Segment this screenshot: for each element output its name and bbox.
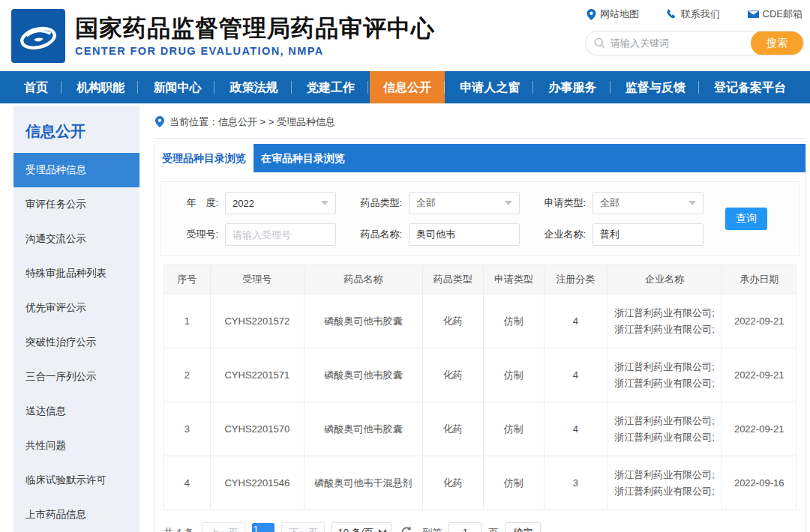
site-title-en: CENTER FOR DRUG EVALUATION, NMPA	[75, 45, 435, 57]
prev-page-button[interactable]: 上一页	[202, 522, 245, 532]
chevron-down-icon	[688, 201, 696, 205]
query-button[interactable]: 查询	[725, 208, 767, 230]
goto-page-input[interactable]	[448, 522, 482, 532]
nav-item[interactable]: 党建工作	[293, 71, 368, 103]
column-header: 申请类型	[483, 265, 544, 294]
sidebar-item[interactable]: 送达信息	[14, 394, 140, 429]
location-icon	[155, 116, 164, 127]
table-row: 2CYHS2201571磷酸奥司他韦胶囊化药仿制4浙江普利药业有限公司;浙江普利…	[164, 348, 796, 402]
page-size-select[interactable]: 10 条/页	[332, 522, 392, 532]
main-content: 当前位置：信息公开 > > 受理品种信息 受理品种目录浏览 在审品种目录浏览 年…	[154, 106, 806, 532]
breadcrumb: 当前位置：信息公开 > > 受理品种信息	[154, 106, 806, 139]
main-nav: 首页机构职能新闻中心政策法规党建工作信息公开申请人之窗办事服务监督与反馈登记备案…	[0, 71, 810, 103]
chevron-down-icon	[379, 526, 387, 532]
quick-link-sitemap[interactable]: 网站地图	[586, 7, 639, 21]
chevron-down-icon	[321, 201, 328, 205]
map-pin-icon	[586, 9, 596, 20]
goto-suffix: 页	[488, 526, 498, 532]
quick-link-contact[interactable]: 联系我们	[667, 7, 720, 21]
nav-item[interactable]: 办事服务	[536, 71, 610, 103]
sidebar-menu: 受理品种信息审评任务公示沟通交流公示特殊审批品种列表优先审评公示突破性治疗公示三…	[14, 153, 140, 532]
main-nav-list: 首页机构职能新闻中心政策法规党建工作信息公开申请人之窗办事服务监督与反馈登记备案…	[0, 71, 810, 103]
next-page-button[interactable]: 下一页	[281, 522, 325, 532]
current-page-button[interactable]: 1	[252, 523, 274, 532]
table-row: 4CYHS2201546磷酸奥司他韦干混悬剂化药仿制3浙江普利药业有限公司;浙江…	[164, 456, 796, 510]
acceptance-no-label: 受理号:	[172, 228, 218, 241]
pagination: 共 4 条 上一页 1 下一页 10 条/页 到第 页 确定	[164, 521, 796, 532]
phone-icon	[667, 9, 677, 19]
tab-under-review-catalog[interactable]: 在审品种目录浏览	[254, 144, 352, 172]
sidebar-item[interactable]: 临床试验默示许可	[14, 463, 140, 498]
pagination-total: 共 4 条	[164, 526, 194, 532]
nav-item[interactable]: 申请人之窗	[446, 71, 533, 103]
nav-item[interactable]: 机构职能	[63, 71, 138, 103]
sidebar-item[interactable]: 审评任务公示	[14, 187, 140, 222]
company-label: 企业名称:	[539, 228, 586, 241]
goto-prefix: 到第	[422, 526, 442, 532]
column-header: 药品名称	[304, 265, 423, 294]
sidebar-item[interactable]: 上市药品信息	[14, 498, 140, 532]
content-panel: 受理品种目录浏览 在审品种目录浏览 年 度: 2022	[154, 144, 806, 532]
filter-box: 年 度: 2022 药品类型: 全部	[160, 181, 800, 256]
breadcrumb-text: 当前位置：信息公开 > > 受理品种信息	[170, 115, 335, 129]
year-select[interactable]: 2022	[225, 192, 336, 214]
column-header: 注册分类	[544, 265, 607, 294]
company-input[interactable]	[592, 223, 704, 246]
column-header: 药品类型	[422, 265, 483, 294]
sidebar-item[interactable]: 受理品种信息	[14, 153, 140, 187]
site-header: 国家药品监督管理局药品审评中心 CENTER FOR DRUG EVALUATI…	[0, 0, 810, 71]
mail-icon	[748, 10, 759, 19]
quick-link-label: 联系我们	[681, 7, 720, 21]
cde-logo-icon	[11, 9, 65, 63]
sidebar-item[interactable]: 共性问题	[14, 429, 140, 463]
table-header-row: 序号受理号药品名称药品类型申请类型注册分类企业名称承办日期	[164, 265, 796, 294]
nav-item[interactable]: 登记备案平台	[700, 71, 800, 103]
search-icon	[594, 37, 605, 49]
sidebar-item[interactable]: 突破性治疗公示	[14, 325, 140, 360]
drug-type-label: 药品类型:	[356, 196, 402, 210]
search-button[interactable]: 搜索	[751, 31, 803, 55]
sidebar-item[interactable]: 优先审评公示	[14, 291, 140, 325]
nav-item[interactable]: 政策法规	[217, 71, 292, 103]
column-header: 受理号	[210, 265, 304, 294]
sidebar: 信息公开 受理品种信息审评任务公示沟通交流公示特殊审批品种列表优先审评公示突破性…	[14, 106, 140, 532]
header-search: 搜索	[585, 31, 804, 55]
sidebar-title: 信息公开	[14, 106, 140, 153]
apply-type-select[interactable]: 全部	[592, 192, 704, 214]
nav-item[interactable]: 监督与反馈	[612, 71, 699, 103]
column-header: 序号	[164, 265, 211, 294]
site-title-cn: 国家药品监督管理局药品审评中心	[75, 14, 435, 43]
column-header: 承办日期	[722, 265, 796, 294]
year-label: 年 度:	[172, 196, 218, 210]
table-row: 1CYHS2201572磷酸奥司他韦胶囊化药仿制4浙江普利药业有限公司;浙江普利…	[164, 294, 796, 348]
tab-accepted-catalog[interactable]: 受理品种目录浏览	[154, 144, 254, 172]
tabbar: 受理品种目录浏览 在审品种目录浏览	[154, 144, 806, 172]
acceptance-no-input[interactable]	[225, 223, 336, 246]
nav-item[interactable]: 首页	[10, 71, 62, 103]
apply-type-label: 申请类型:	[539, 196, 586, 210]
quick-links: 网站地图 联系我们 CDE邮箱	[585, 7, 804, 21]
column-header: 企业名称	[607, 265, 722, 294]
drug-type-select[interactable]: 全部	[409, 192, 520, 214]
quick-link-label: 网站地图	[600, 7, 639, 21]
sidebar-item[interactable]: 三合一序列公示	[14, 360, 140, 394]
search-input[interactable]	[610, 37, 751, 49]
nav-item[interactable]: 新闻中心	[140, 71, 214, 103]
sidebar-item[interactable]: 沟通交流公示	[14, 222, 140, 256]
refresh-icon[interactable]	[400, 526, 413, 532]
chevron-down-icon	[505, 201, 512, 205]
nav-item[interactable]: 信息公开	[370, 71, 445, 103]
confirm-button[interactable]: 确定	[505, 522, 541, 532]
drug-name-label: 药品名称:	[356, 228, 402, 241]
quick-link-mail[interactable]: CDE邮箱	[748, 7, 802, 21]
drug-name-input[interactable]	[409, 223, 520, 246]
sidebar-item[interactable]: 特殊审批品种列表	[14, 256, 140, 291]
table-row: 3CYHS2201570磷酸奥司他韦胶囊化药仿制4浙江普利药业有限公司;浙江普利…	[164, 402, 796, 456]
results-table: 序号受理号药品名称药品类型申请类型注册分类企业名称承办日期 1CYHS22015…	[164, 265, 796, 510]
quick-link-label: CDE邮箱	[763, 7, 802, 21]
